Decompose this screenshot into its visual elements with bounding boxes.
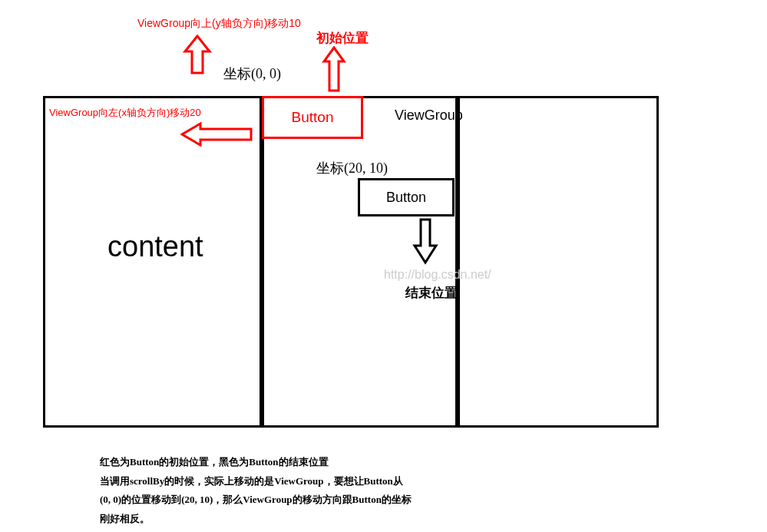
annotation-move-left: ViewGroup向左(x轴负方向)移动20 xyxy=(49,106,201,120)
arrow-up-red-small-icon xyxy=(321,46,347,100)
coord-label-2010: 坐标(20, 10) xyxy=(316,159,388,177)
arrow-down-black-icon xyxy=(412,218,439,266)
arrow-left-red-icon xyxy=(180,121,257,148)
button-black-box: Button xyxy=(358,178,455,216)
arrow-up-red-icon xyxy=(182,35,213,82)
right-box xyxy=(458,96,659,428)
content-label: content xyxy=(107,230,203,263)
annotation-initial-position: 初始位置 xyxy=(316,29,369,47)
svg-marker-0 xyxy=(185,36,210,73)
desc-line2: 当调用scrollBy的时候，实际上移动的是ViewGroup，要想让Butto… xyxy=(100,472,560,491)
viewgroup-label: ViewGroup xyxy=(395,107,463,124)
coord-label-00: 坐标(0, 0) xyxy=(223,64,281,83)
svg-marker-3 xyxy=(415,220,436,263)
desc-line1: 红色为Button的初始位置，黑色为Button的结束位置 xyxy=(100,453,560,472)
annotation-end-position: 结束位置 xyxy=(405,284,458,302)
annotation-move-up: ViewGroup向上(y轴负方向)移动10 xyxy=(137,17,301,31)
svg-marker-2 xyxy=(182,124,251,145)
description-block: 红色为Button的初始位置，黑色为Button的结束位置 当调用scrollB… xyxy=(100,453,560,529)
button-red-box: Button xyxy=(262,96,363,139)
button-black-label: Button xyxy=(386,190,426,206)
diagram-stage: ViewGroup向上(y轴负方向)移动10 初始位置 坐标(0, 0) Vie… xyxy=(0,0,767,532)
watermark: http://blog.csdn.net/ xyxy=(384,268,491,282)
desc-line3: (0, 0)的位置移动到(20, 10)，那么ViewGroup的移动方向跟Bu… xyxy=(100,491,560,510)
desc-line4: 刚好相反。 xyxy=(100,510,560,529)
button-red-label: Button xyxy=(292,109,334,126)
svg-marker-1 xyxy=(324,48,344,91)
